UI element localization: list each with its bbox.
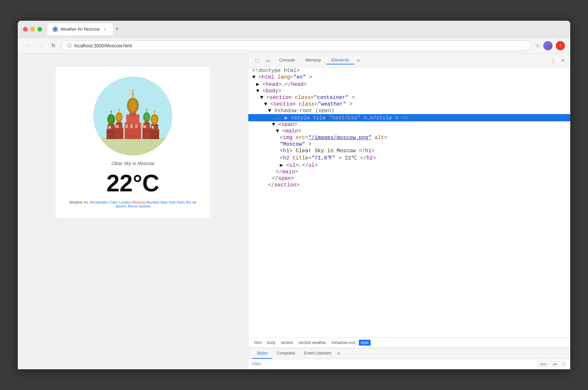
svg-rect-12 (107, 129, 116, 139)
svg-rect-1 (97, 137, 169, 156)
city-link-sydney[interactable]: Sydney (138, 204, 151, 208)
devtools-close-button[interactable]: × (559, 56, 566, 65)
close-window-button[interactable] (23, 27, 28, 32)
city-links: Weather for: Amsterdam Cairo London Mosc… (65, 200, 200, 208)
styles-more-tabs[interactable]: » (336, 348, 341, 359)
html-line-h2[interactable]: <h2 title="71.6℉" > 22℃ </h2> (248, 154, 570, 161)
html-line-close-span[interactable]: </span> (248, 175, 570, 182)
main-content: Clear Sky in Moscow 22°C Weather for: Am… (18, 54, 570, 369)
html-line-style-highlighted[interactable]: ... ▶ <style tyle="text/css" >…</style >… (248, 114, 570, 121)
back-button[interactable]: ← (23, 41, 32, 50)
devtools-toolbar: ⬚ ▭ Console Memory Elements » ⋮ × (248, 54, 570, 67)
tab-title: Weather for Moscow (61, 27, 100, 32)
devtools-tab-memory[interactable]: Memory (300, 56, 326, 64)
city-link-mumbai[interactable]: Mumbai (146, 200, 159, 204)
temperature-display: 22°C (107, 171, 159, 195)
cathedral-svg (97, 83, 169, 156)
reload-button[interactable]: ↻ (49, 41, 58, 50)
html-line-img[interactable]: <img src="/images/moscow.png" alt= (248, 134, 570, 141)
devtools-tab-bar: Console Memory Elements » (274, 56, 547, 64)
html-line-head[interactable]: ▶ <head>…</head> (248, 81, 570, 88)
moscow-illustration (93, 77, 172, 156)
filter-actions: :hov .cls + (538, 361, 566, 367)
city-link-paris[interactable]: Paris (177, 200, 185, 204)
bookmark-button[interactable]: ☆ (535, 42, 540, 49)
maximize-window-button[interactable] (37, 27, 42, 32)
html-line-ul[interactable]: ▶ <ul>…</ul> (248, 161, 570, 169)
city-link-london[interactable]: London (119, 200, 131, 204)
html-line-h1[interactable]: <h1> Clear Sky in Moscow </h1> (248, 148, 570, 154)
svg-rect-40 (125, 124, 128, 128)
address-bar[interactable]: ⓘ localhost:3000/Moscow.html (61, 40, 531, 51)
html-line-img-continued[interactable]: "Moscow" > (248, 141, 570, 148)
breadcrumb-style[interactable]: style (359, 340, 371, 346)
svg-rect-19 (115, 128, 123, 139)
devtools-tab-elements[interactable]: Elements (326, 56, 355, 64)
svg-rect-43 (140, 124, 143, 128)
html-line-section-weather[interactable]: ▼ <section class="weather" > (248, 101, 570, 108)
hover-filter-button[interactable]: :hov (538, 361, 548, 367)
filter-bar: :hov .cls + (248, 359, 570, 369)
browser-tab[interactable]: Weather for Moscow × (47, 23, 113, 35)
devtools-tab-console[interactable]: Console (274, 56, 300, 64)
forward-button[interactable]: → (36, 41, 45, 50)
svg-rect-42 (135, 124, 138, 128)
html-line-close-section[interactable]: </section> (248, 182, 570, 188)
city-link-cairo[interactable]: Cairo (110, 200, 118, 204)
city-link-newyork[interactable]: New York (160, 200, 176, 204)
tab-close-button[interactable]: × (102, 27, 108, 32)
html-line-main[interactable]: ▼ <main> (248, 128, 570, 134)
html-line-doctype[interactable]: <!doctype html> (248, 67, 570, 74)
html-line-body[interactable]: ▼ <body> (248, 88, 570, 94)
breadcrumb-html[interactable]: html (252, 340, 264, 346)
weather-card: Clear Sky in Moscow 22°C Weather for: Am… (56, 67, 210, 218)
add-style-button[interactable]: + (561, 361, 566, 367)
breadcrumb-section[interactable]: section (279, 340, 295, 346)
navigation-bar: ← → ↻ ⓘ localhost:3000/Moscow.html ☆ ↑ (18, 38, 570, 54)
svg-rect-44 (109, 126, 111, 129)
update-button[interactable]: ↑ (556, 41, 565, 50)
html-line-span[interactable]: ▼ <span> (248, 121, 570, 128)
html-line-close-main[interactable]: </main> (248, 169, 570, 175)
html-line-section-container[interactable]: ▼ <section class="container" > (248, 94, 570, 101)
minimize-window-button[interactable] (30, 27, 35, 32)
address-text: localhost:3000/Moscow.html (74, 43, 132, 48)
styles-tab-bar: Styles Computed Event Listeners » (248, 348, 570, 359)
nav-actions: ☆ ↑ (535, 41, 565, 50)
html-line-shadow-root[interactable]: ▼ #shadow-root (open) (248, 108, 570, 114)
devtools-more-tabs[interactable]: » (355, 57, 362, 64)
filter-input[interactable] (252, 362, 538, 366)
svg-rect-46 (144, 125, 146, 128)
weather-description: Clear Sky in Moscow (111, 161, 155, 166)
styles-panel: Styles Computed Event Listeners » (248, 348, 570, 369)
city-link-amsterdam[interactable]: Amsterdam (90, 200, 109, 204)
html-line-html[interactable]: ▼ <html lang="en" > (248, 74, 570, 81)
tab-bar: Weather for Moscow × + (47, 23, 565, 35)
city-link-rome[interactable]: Rome (128, 204, 137, 208)
class-filter-button[interactable]: .cls (550, 361, 559, 367)
links-prefix: Weather for: (69, 200, 89, 204)
profile-avatar[interactable] (543, 41, 552, 50)
new-tab-button[interactable]: + (113, 26, 122, 33)
breadcrumb-shadow-root[interactable]: #shadow-root (330, 340, 357, 346)
elements-panel[interactable]: <!doctype html> ▼ <html lang="en" > ▶ <h… (248, 67, 570, 337)
styles-tab-styles[interactable]: Styles (252, 348, 272, 359)
svg-rect-47 (152, 126, 154, 129)
breadcrumb-bar: html body section section.weather #shado… (248, 337, 570, 348)
svg-rect-45 (116, 125, 119, 128)
title-bar: Weather for Moscow × + (18, 21, 570, 38)
devtools-menu-button[interactable]: ⋮ (548, 56, 558, 65)
traffic-lights (23, 27, 42, 32)
city-link-moscow[interactable]: Moscow (132, 200, 145, 204)
inspect-element-button[interactable]: ⬚ (252, 57, 262, 64)
styles-tab-computed[interactable]: Computed (272, 348, 300, 359)
device-emulation-button[interactable]: ▭ (263, 57, 273, 64)
tab-favicon (53, 27, 58, 32)
svg-rect-41 (130, 124, 133, 128)
breadcrumb-section-weather[interactable]: section.weather (297, 340, 328, 346)
svg-rect-33 (150, 129, 159, 139)
styles-tab-event-listeners[interactable]: Event Listeners (300, 348, 336, 359)
browser-window: Weather for Moscow × + ← → ↻ ⓘ localhost… (18, 21, 570, 369)
breadcrumb-body[interactable]: body (265, 340, 278, 346)
info-icon: ⓘ (67, 43, 72, 49)
